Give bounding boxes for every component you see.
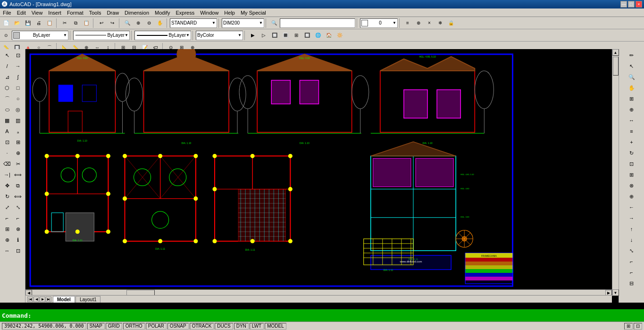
- break-tool[interactable]: ⊗: [13, 224, 23, 234]
- line-tool[interactable]: /: [2, 61, 12, 71]
- lineweight-dropdown[interactable]: ByLayer ▼: [134, 31, 191, 40]
- trim-tool[interactable]: ✂: [13, 159, 23, 169]
- command-input[interactable]: [32, 312, 642, 319]
- freeze-button[interactable]: ❄: [435, 18, 445, 28]
- menu-item-insert[interactable]: Insert: [45, 9, 64, 17]
- r-rot-tool[interactable]: ↻: [627, 148, 637, 158]
- r-m6-tool[interactable]: →: [627, 213, 637, 223]
- r-plus-tool[interactable]: +: [627, 137, 637, 147]
- tab-next-button[interactable]: ▶: [40, 296, 45, 302]
- tab-first-button[interactable]: |◀: [27, 296, 33, 302]
- r-snap-tool[interactable]: ⊕: [627, 104, 637, 115]
- menu-item-view[interactable]: View: [29, 9, 46, 17]
- pick-tool[interactable]: ↖: [2, 50, 12, 60]
- statusbar-btn1[interactable]: ⊞: [624, 323, 633, 330]
- layer-dropdown[interactable]: 0 ▼: [360, 18, 398, 28]
- layer-manager-button[interactable]: ⊕: [413, 18, 424, 28]
- r-m9-tool[interactable]: ⤡: [627, 245, 637, 256]
- measure-tool[interactable]: ⊕: [13, 148, 23, 158]
- ellipse-tool[interactable]: ⬭: [2, 104, 12, 115]
- block-tool[interactable]: ⊞: [13, 137, 23, 147]
- r-m7-tool[interactable]: ↑: [627, 224, 637, 234]
- dim-dropdown[interactable]: DIM200 ▼: [222, 18, 264, 28]
- fillet-tool[interactable]: ⌐: [2, 213, 12, 223]
- cut-button[interactable]: ✂: [59, 18, 70, 28]
- render3-button[interactable]: 🔲: [269, 30, 280, 41]
- r-m5-tool[interactable]: ←: [627, 202, 637, 212]
- model-toggle[interactable]: MODEL: [265, 323, 286, 330]
- menu-item-file[interactable]: File: [0, 9, 14, 17]
- scroll-thumb[interactable]: [613, 57, 619, 76]
- grid-toggle[interactable]: GRID: [106, 323, 122, 330]
- open-button[interactable]: 📂: [12, 18, 22, 28]
- tab-prev-button[interactable]: ◀: [33, 296, 39, 302]
- rect-tool[interactable]: □: [13, 83, 23, 93]
- text-tool[interactable]: A: [2, 126, 12, 136]
- prop-tool[interactable]: ℹ: [13, 235, 23, 245]
- r-m11-tool[interactable]: ⌐: [627, 267, 637, 278]
- polar-toggle[interactable]: POLAR: [146, 323, 167, 330]
- erase-tool[interactable]: ⌫: [2, 159, 12, 169]
- scroll-up-button[interactable]: ▲: [612, 49, 619, 56]
- plot-button[interactable]: 📋: [44, 18, 55, 28]
- menu-item-draw[interactable]: Draw: [104, 9, 122, 17]
- snap-toggle[interactable]: SNAP: [87, 323, 105, 330]
- r-m3-tool[interactable]: ⊗: [627, 180, 637, 191]
- mirror-tool[interactable]: ⟺: [13, 191, 23, 202]
- extend-tool[interactable]: →|: [2, 169, 12, 180]
- tab-model[interactable]: Model: [53, 296, 75, 303]
- arc-tool[interactable]: ⌒: [2, 93, 12, 104]
- render7-button[interactable]: 🌐: [313, 30, 323, 41]
- menu-item-my-special[interactable]: My Special: [238, 9, 269, 17]
- print-button[interactable]: 🖨: [33, 18, 44, 28]
- insert-tool[interactable]: ⊡: [2, 137, 12, 147]
- chamfer-tool[interactable]: ⌐: [13, 213, 23, 223]
- menu-item-express[interactable]: Express: [173, 9, 197, 17]
- lwt-toggle[interactable]: LWT: [250, 323, 264, 330]
- zoom-window-button[interactable]: ⊕: [133, 18, 143, 28]
- move-tool[interactable]: ✥: [2, 180, 12, 191]
- ducs-toggle[interactable]: DUCS: [215, 323, 233, 330]
- app-maximize-button[interactable]: □: [628, 1, 635, 8]
- ortho-toggle[interactable]: ORTHO: [123, 323, 145, 330]
- r-m10-tool[interactable]: ⌐: [627, 256, 637, 267]
- otrack-toggle[interactable]: OTRACK: [190, 323, 214, 330]
- r-m1-tool[interactable]: ⊡: [627, 159, 637, 169]
- snap-from-tool[interactable]: ⊡: [13, 245, 23, 256]
- app-close-button[interactable]: ×: [636, 1, 642, 8]
- render5-button[interactable]: ⊞: [291, 30, 301, 41]
- zoom-realtime-button[interactable]: 🔍: [122, 18, 133, 28]
- render-button[interactable]: ▶: [248, 30, 258, 41]
- offset-tool[interactable]: ⟺: [13, 169, 23, 180]
- r-layer-tool[interactable]: ≡: [627, 126, 637, 136]
- rotate-tool[interactable]: ↻: [2, 191, 12, 202]
- paste-button[interactable]: 📋: [81, 18, 92, 28]
- menu-item-modify[interactable]: Modify: [152, 9, 173, 17]
- cad-canvas-area[interactable]: HGL: 4.60 DIA: 1.10 DIA: 1.10: [25, 49, 612, 296]
- undo-button[interactable]: ↩: [96, 18, 107, 28]
- render9-button[interactable]: 🔆: [335, 30, 345, 41]
- r-pan-tool[interactable]: ✋: [627, 83, 637, 93]
- pick2-tool[interactable]: ⊡: [13, 50, 23, 60]
- menu-item-edit[interactable]: Edit: [14, 9, 29, 17]
- render2-button[interactable]: ▷: [259, 30, 269, 41]
- point-tool[interactable]: ·: [2, 148, 12, 158]
- tab-layout1[interactable]: Layout1: [75, 296, 101, 303]
- stretch-tool[interactable]: ⤢: [2, 202, 12, 212]
- menu-item-window[interactable]: Window: [197, 9, 221, 17]
- polygon-tool[interactable]: ⬡: [2, 83, 12, 93]
- redo-button[interactable]: ↪: [107, 18, 117, 28]
- new-button[interactable]: 📄: [1, 18, 11, 28]
- gradient-tool[interactable]: ▥: [13, 115, 23, 126]
- circle-tool[interactable]: ○: [13, 93, 23, 104]
- r-m12-tool[interactable]: ⊟: [627, 278, 637, 288]
- render4-button[interactable]: 🔳: [280, 30, 291, 41]
- hatch-tool[interactable]: ▦: [2, 115, 12, 126]
- layers-button[interactable]: ≡: [402, 18, 413, 28]
- menu-item-dimension[interactable]: Dimension: [122, 9, 152, 17]
- linetype-dropdown[interactable]: ByLayer ▼: [73, 31, 130, 40]
- make-current-button[interactable]: ⊙: [1, 30, 11, 41]
- osnap-toggle[interactable]: OSNAP: [167, 323, 189, 330]
- zoom-prev-button[interactable]: ⊖: [144, 18, 154, 28]
- tab-last-button[interactable]: ▶|: [46, 296, 51, 302]
